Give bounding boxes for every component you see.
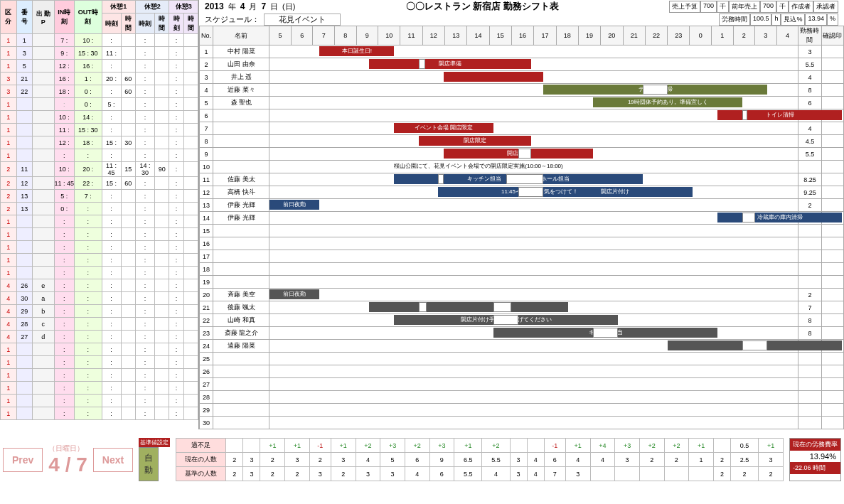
cell-in[interactable]: 11 : 45 bbox=[54, 177, 75, 190]
cell-out[interactable]: 15 : 30 bbox=[75, 124, 102, 136]
cell-kubun[interactable]: 1 bbox=[1, 47, 17, 60]
bar-area[interactable]: トイレ清掃 bbox=[269, 109, 798, 122]
cell-bangou[interactable]: 3 bbox=[16, 47, 33, 60]
shift-bar[interactable]: 前日夜勤 bbox=[269, 289, 319, 299]
shift-bar[interactable]: 11:45インです。気をつけて！ 開店片付け bbox=[438, 187, 693, 197]
shift-bar[interactable]: 開店限定 bbox=[419, 136, 531, 146]
cell-kubun[interactable]: 4 bbox=[1, 318, 17, 331]
row-chk[interactable] bbox=[821, 417, 843, 429]
cell-kubun[interactable]: 1 bbox=[1, 395, 17, 407]
cell-kubun[interactable]: 1 bbox=[1, 356, 17, 369]
shift-bar[interactable]: 前日夜勤 bbox=[269, 200, 319, 210]
cell-bangou[interactable] bbox=[16, 124, 33, 136]
cell-in[interactable]: 12 : bbox=[54, 136, 75, 149]
cell-in[interactable]: 11 : bbox=[54, 124, 75, 136]
row-name[interactable] bbox=[213, 276, 269, 289]
cell-ben[interactable] bbox=[33, 162, 54, 177]
cell-ben[interactable] bbox=[33, 343, 54, 356]
cell-out[interactable]: : bbox=[75, 369, 102, 382]
cell-in[interactable]: 18 : bbox=[54, 85, 75, 98]
cell-bangou[interactable]: 1 bbox=[16, 34, 33, 47]
bar-area[interactable]: 桜山公園にて、花見イベント会場での開店限定実施(10:00～18:00) bbox=[269, 161, 798, 173]
cell-kubun[interactable]: 4 bbox=[1, 279, 17, 292]
bar-area[interactable]: 前日夜勤 bbox=[269, 199, 798, 212]
cell-ben[interactable]: c bbox=[33, 318, 54, 331]
cell-out[interactable]: 10 : bbox=[75, 34, 102, 47]
cell-out[interactable]: 16 : bbox=[75, 60, 102, 73]
cell-bangou[interactable]: 29 bbox=[16, 305, 33, 318]
cell-kubun[interactable]: 1 bbox=[1, 254, 17, 267]
cell-kubun[interactable]: 1 bbox=[1, 111, 17, 124]
row-chk[interactable] bbox=[821, 404, 843, 417]
bar-area[interactable]: 開店片付け手伝ってあげてください bbox=[269, 314, 798, 327]
cell-bangou[interactable] bbox=[16, 369, 33, 382]
row-name[interactable] bbox=[213, 378, 269, 391]
bar-area[interactable] bbox=[269, 225, 798, 237]
row-name[interactable]: 斉藤 美空 bbox=[213, 289, 269, 301]
row-name[interactable] bbox=[213, 353, 269, 365]
cell-ben[interactable] bbox=[33, 382, 54, 395]
cell-ben[interactable] bbox=[33, 241, 54, 254]
cell-ben[interactable] bbox=[33, 177, 54, 190]
cell-out[interactable]: 22 : bbox=[75, 177, 102, 190]
cell-out[interactable]: : bbox=[75, 254, 102, 267]
cell-ben[interactable] bbox=[33, 215, 54, 228]
cell-out[interactable]: 20 : bbox=[75, 162, 102, 177]
cell-in[interactable]: : bbox=[54, 215, 75, 228]
cell-ben[interactable] bbox=[33, 111, 54, 124]
bar-area[interactable] bbox=[269, 263, 798, 276]
row-chk[interactable] bbox=[821, 225, 843, 237]
cell-out[interactable]: 14 : bbox=[75, 111, 102, 124]
cell-out[interactable]: : bbox=[75, 267, 102, 279]
cell-kubun[interactable]: 1 bbox=[1, 241, 17, 254]
cell-out[interactable]: 0 : bbox=[75, 98, 102, 111]
cell-kubun[interactable]: 1 bbox=[1, 215, 17, 228]
cell-ben[interactable] bbox=[33, 267, 54, 279]
bar-area[interactable]: 19時団体予約あり。準備宜しく bbox=[269, 97, 798, 109]
cell-kubun[interactable]: 2 bbox=[1, 203, 17, 215]
cell-kubun[interactable]: 1 bbox=[1, 149, 17, 162]
row-name[interactable] bbox=[213, 250, 269, 263]
row-name[interactable] bbox=[213, 365, 269, 378]
cell-ben[interactable] bbox=[33, 228, 54, 241]
cell-in[interactable]: : bbox=[54, 369, 75, 382]
shift-bar[interactable]: トイレ清掃 bbox=[717, 110, 842, 120]
cell-out[interactable]: : bbox=[75, 395, 102, 407]
cell-kubun[interactable]: 2 bbox=[1, 190, 17, 203]
cell-out[interactable]: : bbox=[75, 279, 102, 292]
cell-kubun[interactable]: 1 bbox=[1, 382, 17, 395]
cell-in[interactable]: 5 : bbox=[54, 190, 75, 203]
row-chk[interactable] bbox=[821, 378, 843, 391]
cell-in[interactable]: 10 : bbox=[54, 111, 75, 124]
cell-kubun[interactable]: 1 bbox=[1, 407, 17, 420]
row-name[interactable] bbox=[213, 263, 269, 276]
row-chk[interactable] bbox=[821, 71, 843, 84]
cell-bangou[interactable]: 12 bbox=[16, 177, 33, 190]
row-chk[interactable] bbox=[821, 314, 843, 327]
cell-kubun[interactable]: 2 bbox=[1, 162, 17, 177]
cell-in[interactable]: : bbox=[54, 228, 75, 241]
shift-bar[interactable]: 19時団体予約あり。準備宜しく bbox=[593, 97, 742, 107]
row-chk[interactable] bbox=[821, 97, 843, 109]
cell-bangou[interactable]: 22 bbox=[16, 85, 33, 98]
row-name[interactable] bbox=[213, 391, 269, 404]
cell-kubun[interactable]: 1 bbox=[1, 136, 17, 149]
row-name[interactable]: 伊藤 光輝 bbox=[213, 199, 269, 212]
cell-bangou[interactable] bbox=[16, 254, 33, 267]
row-name[interactable] bbox=[213, 161, 269, 173]
cell-ben[interactable] bbox=[33, 34, 54, 47]
cell-bangou[interactable] bbox=[16, 395, 33, 407]
cell-kubun[interactable]: 1 bbox=[1, 228, 17, 241]
row-name[interactable] bbox=[213, 148, 269, 161]
row-name[interactable] bbox=[213, 225, 269, 237]
bar-area[interactable]: 開店準備 bbox=[269, 58, 798, 71]
row-chk[interactable] bbox=[821, 276, 843, 289]
row-chk[interactable] bbox=[821, 122, 843, 135]
cell-ben[interactable] bbox=[33, 203, 54, 215]
row-name[interactable]: 高橋 快斗 bbox=[213, 186, 269, 199]
row-chk[interactable] bbox=[821, 301, 843, 314]
cell-bangou[interactable] bbox=[16, 98, 33, 111]
bar-area[interactable] bbox=[269, 237, 798, 250]
cell-in[interactable]: 12 : bbox=[54, 60, 75, 73]
cell-kubun[interactable]: 1 bbox=[1, 267, 17, 279]
